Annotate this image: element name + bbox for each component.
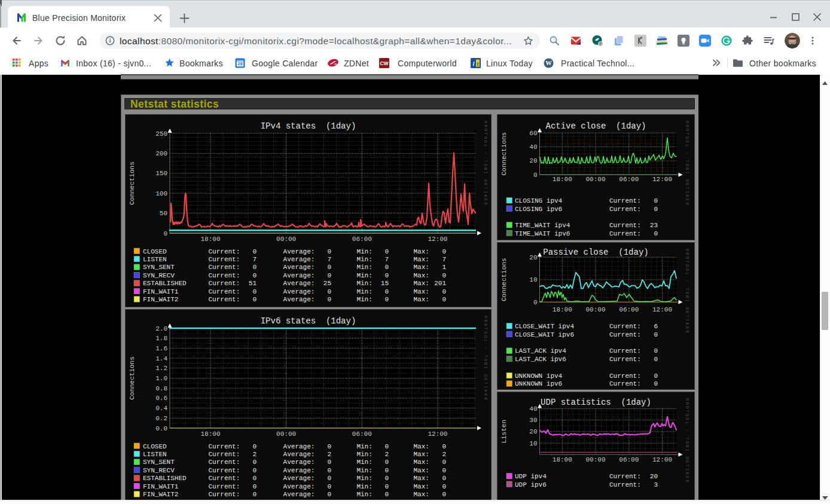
svg-text:ESTABLISHED: ESTABLISHED bbox=[143, 475, 187, 482]
svg-text:0: 0 bbox=[252, 296, 257, 303]
svg-text:06:00: 06:00 bbox=[619, 456, 639, 463]
svg-text:0: 0 bbox=[327, 272, 331, 279]
svg-text:SYN_SENT: SYN_SENT bbox=[143, 264, 175, 271]
svg-text:18:00: 18:00 bbox=[553, 456, 572, 463]
svg-text:Min:: Min: bbox=[356, 475, 372, 482]
svg-text:0: 0 bbox=[252, 475, 257, 482]
svg-text:Current:: Current: bbox=[609, 323, 641, 330]
svg-text:Average:: Average: bbox=[283, 256, 315, 263]
svg-text:06:00: 06:00 bbox=[619, 306, 639, 313]
svg-text:CLOSED: CLOSED bbox=[143, 443, 167, 450]
svg-text:0: 0 bbox=[442, 272, 446, 279]
svg-text:Current:: Current: bbox=[609, 372, 641, 380]
svg-text:Max:: Max: bbox=[414, 459, 429, 466]
svg-text:0: 0 bbox=[327, 288, 331, 295]
svg-text:Current:: Current: bbox=[609, 356, 641, 363]
svg-text:0: 0 bbox=[442, 288, 446, 295]
svg-text:Active close (1day): Active close (1day) bbox=[545, 121, 646, 131]
svg-text:Current:: Current: bbox=[209, 451, 240, 458]
svg-text:50: 50 bbox=[160, 210, 167, 217]
svg-text:Max:: Max: bbox=[414, 264, 429, 271]
svg-text:0: 0 bbox=[385, 288, 389, 295]
svg-text:Min:: Min: bbox=[356, 296, 372, 303]
svg-text:00:00: 00:00 bbox=[585, 306, 605, 313]
svg-text:0: 0 bbox=[327, 296, 331, 303]
svg-text:0: 0 bbox=[654, 230, 658, 237]
svg-text:150: 150 bbox=[155, 170, 167, 177]
svg-text:CLOSED: CLOSED bbox=[143, 248, 167, 255]
svg-text:0: 0 bbox=[252, 264, 257, 271]
svg-text:7: 7 bbox=[385, 256, 389, 263]
svg-text:0: 0 bbox=[654, 197, 658, 204]
svg-text:1.8: 1.8 bbox=[155, 335, 167, 342]
svg-text:18:00: 18:00 bbox=[200, 430, 220, 438]
svg-text:0: 0 bbox=[442, 459, 446, 466]
svg-text:Average:: Average: bbox=[283, 483, 315, 490]
svg-text:Current:: Current: bbox=[209, 256, 240, 263]
svg-text:0.6: 0.6 bbox=[155, 395, 167, 402]
svg-text:Current:: Current: bbox=[209, 296, 240, 303]
svg-text:0: 0 bbox=[252, 459, 257, 466]
svg-text:1.4: 1.4 bbox=[155, 355, 167, 362]
svg-text:0: 0 bbox=[533, 172, 538, 179]
svg-text:IPv6 states (1day): IPv6 states (1day) bbox=[261, 316, 356, 326]
svg-text:0: 0 bbox=[385, 296, 389, 303]
svg-text:FIN_WAIT2: FIN_WAIT2 bbox=[143, 296, 178, 303]
svg-text:20: 20 bbox=[650, 473, 658, 480]
svg-text:Average:: Average: bbox=[283, 451, 315, 458]
svg-text:0: 0 bbox=[252, 272, 257, 279]
svg-text:Max:: Max: bbox=[414, 475, 429, 482]
svg-text:0: 0 bbox=[442, 491, 446, 498]
svg-text:0: 0 bbox=[327, 459, 331, 466]
svg-text:00:00: 00:00 bbox=[585, 456, 605, 463]
svg-text:0: 0 bbox=[385, 459, 389, 466]
svg-text:LISTEN: LISTEN bbox=[143, 256, 167, 263]
svg-text:0: 0 bbox=[442, 483, 446, 490]
svg-text:RRDTOOL / TOBI OETIKER: RRDTOOL / TOBI OETIKER bbox=[483, 316, 488, 401]
svg-text:20: 20 bbox=[529, 157, 537, 164]
svg-text:0: 0 bbox=[327, 264, 331, 271]
svg-text:Current:: Current: bbox=[209, 467, 240, 474]
svg-text:15: 15 bbox=[381, 280, 389, 287]
svg-text:06:00: 06:00 bbox=[352, 236, 372, 243]
svg-text:Current:: Current: bbox=[609, 380, 641, 387]
svg-text:TIME_WAIT ipv6: TIME_WAIT ipv6 bbox=[515, 230, 570, 237]
svg-text:Min:: Min: bbox=[356, 443, 372, 450]
svg-text:Current:: Current: bbox=[209, 288, 240, 295]
svg-text:0: 0 bbox=[654, 347, 658, 355]
svg-text:2.0: 2.0 bbox=[155, 325, 167, 332]
svg-text:23: 23 bbox=[650, 222, 658, 229]
svg-text:40: 40 bbox=[529, 405, 537, 413]
svg-text:0: 0 bbox=[385, 264, 389, 271]
svg-text:?: ? bbox=[599, 42, 602, 46]
svg-text:Current:: Current: bbox=[209, 280, 240, 287]
svg-text:0: 0 bbox=[654, 331, 658, 338]
svg-text:06:00: 06:00 bbox=[619, 176, 639, 183]
svg-text:Min:: Min: bbox=[356, 280, 372, 287]
svg-text:CLOSE_WAIT ipv6: CLOSE_WAIT ipv6 bbox=[515, 331, 574, 338]
svg-text:0: 0 bbox=[442, 443, 446, 450]
svg-text:18:00: 18:00 bbox=[200, 236, 220, 243]
svg-text:Current:: Current: bbox=[209, 272, 240, 279]
svg-text:LAST_ACK ipv6: LAST_ACK ipv6 bbox=[515, 356, 566, 363]
svg-text:Current:: Current: bbox=[209, 459, 240, 466]
svg-text:Min:: Min: bbox=[356, 459, 372, 466]
svg-text:Min:: Min: bbox=[356, 256, 372, 263]
svg-text:Current:: Current: bbox=[209, 491, 240, 498]
svg-text:LAST_ACK ipv4: LAST_ACK ipv4 bbox=[515, 347, 566, 355]
svg-text:28: 28 bbox=[237, 61, 242, 66]
svg-text:Average:: Average: bbox=[283, 443, 315, 450]
svg-text:0: 0 bbox=[385, 475, 389, 482]
svg-text:0.0: 0.0 bbox=[155, 425, 167, 432]
svg-text:UDP ipv6: UDP ipv6 bbox=[515, 481, 547, 488]
svg-text:Current:: Current: bbox=[609, 206, 641, 213]
svg-text:Average:: Average: bbox=[283, 288, 315, 295]
svg-text:Min:: Min: bbox=[356, 288, 372, 295]
svg-text:ESTABLISHED: ESTABLISHED bbox=[143, 280, 187, 287]
svg-text:0: 0 bbox=[385, 248, 389, 255]
svg-text:IPv4 states (1day): IPv4 states (1day) bbox=[261, 121, 356, 131]
svg-text:0: 0 bbox=[327, 475, 331, 482]
svg-text:18:00: 18:00 bbox=[553, 306, 572, 313]
svg-text:CLOSE_WAIT ipv4: CLOSE_WAIT ipv4 bbox=[515, 323, 574, 330]
svg-text:51: 51 bbox=[249, 280, 257, 287]
